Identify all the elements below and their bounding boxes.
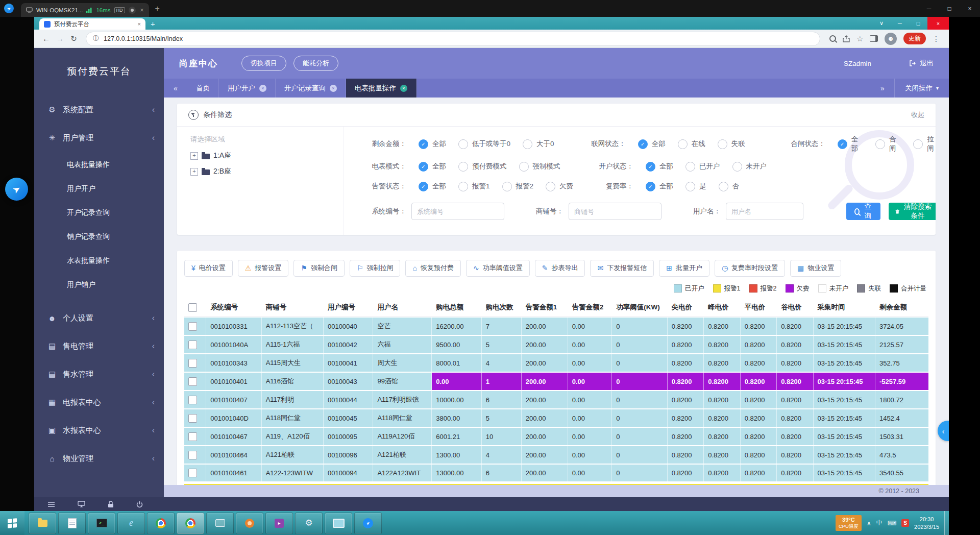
checkbox-icon[interactable] (458, 182, 468, 191)
row-checkbox[interactable] (188, 414, 197, 423)
row-checkbox[interactable] (188, 341, 197, 349)
display-icon[interactable] (325, 513, 352, 534)
send-alarm-sms-button[interactable]: ✉下发报警短信 (590, 260, 654, 277)
filter-option[interactable]: 否 (719, 182, 740, 191)
sidebar-subitem-user-open-account[interactable]: 用户开户 (34, 177, 164, 201)
row-checkbox[interactable] (188, 377, 197, 386)
sidebar-item-water-sale[interactable]: ▤售水管理‹ (34, 361, 164, 387)
filter-option[interactable]: 合闸 (875, 135, 901, 153)
browser-menu-icon[interactable]: ⋮ (933, 35, 940, 43)
keyboard-icon[interactable]: ⌨ (888, 520, 896, 527)
forward-button[interactable]: → (53, 32, 67, 45)
checkbox-icon[interactable] (678, 139, 688, 149)
side-panel-icon[interactable] (870, 35, 878, 42)
expand-icon[interactable]: + (190, 168, 198, 176)
search-button[interactable]: 查询 (846, 203, 880, 220)
restore-button[interactable]: □ (909, 17, 927, 30)
table-row[interactable]: 001001040AA115-1六福00100042六福9500.005200.… (184, 336, 928, 353)
zoom-icon[interactable] (829, 35, 836, 42)
filter-option[interactable]: 强制模式 (519, 162, 560, 172)
table-row[interactable]: 001001040DA118同仁堂00100045A118同仁堂3800.005… (184, 409, 928, 427)
filter-option[interactable]: 在线 (678, 139, 705, 149)
checkbox-icon[interactable] (685, 182, 695, 191)
sidebar-item-user-management[interactable]: ✳用户管理‹ (34, 125, 164, 151)
chrome-icon[interactable] (147, 513, 175, 534)
remote-session-tab[interactable]: WIN-OQMSK21... 16ms HD × (21, 3, 149, 17)
todesk-icon[interactable] (354, 513, 382, 534)
site-info-icon[interactable]: ⓘ (93, 34, 99, 43)
filter-option[interactable]: 拉闸 (913, 135, 936, 153)
checkbox-checked-icon[interactable] (419, 139, 428, 149)
close-button[interactable]: × (927, 17, 949, 30)
table-row[interactable]: 0010100464A121柏联00100096A121柏联1300.00420… (184, 446, 928, 464)
tabs-scroll-left-icon[interactable]: « (164, 79, 187, 98)
filter-option[interactable]: 预付费模式 (458, 162, 507, 172)
tab-home[interactable]: 首页 (187, 79, 219, 98)
tab-close-icon[interactable]: × (400, 85, 407, 92)
input-lang-icon[interactable]: 中 (876, 519, 883, 527)
table-row[interactable]: 0010100401A116酒馆0010004399酒馆0.001200.000… (184, 373, 928, 390)
power-icon[interactable] (136, 501, 143, 508)
media-player-icon[interactable] (265, 513, 293, 534)
filter-option[interactable]: 报警2 (502, 182, 534, 191)
system-no-input[interactable] (411, 203, 504, 220)
row-checkbox[interactable] (188, 396, 197, 404)
start-button[interactable] (0, 511, 24, 535)
sidebar-item-personal-settings[interactable]: ☻个人设置‹ (34, 305, 164, 331)
rate-period-settings-button[interactable]: ◷复费率时段设置 (715, 260, 785, 277)
close-operations-dropdown[interactable]: 关闭操作 ▾ (894, 79, 949, 98)
notepad-icon[interactable] (58, 513, 86, 534)
property-settings-button[interactable]: ▦物业设置 (790, 260, 841, 277)
terminal-icon[interactable] (88, 513, 115, 534)
tab-search-icon[interactable]: ∨ (872, 17, 891, 30)
new-tab-button[interactable]: + (151, 19, 155, 28)
hd-badge[interactable]: HD (114, 7, 125, 13)
sogou-input-icon[interactable]: S (901, 519, 909, 527)
taskbar-clock[interactable]: 20:30 2023/3/15 (914, 516, 939, 531)
browser-tab[interactable]: 预付费云平台 × (39, 18, 145, 30)
table-row[interactable]: 0010100467A119、A120佰00100095A119A120佰600… (184, 428, 928, 445)
file-explorer-icon[interactable] (29, 513, 56, 534)
checkbox-icon[interactable] (502, 182, 512, 191)
tab-user-open-account[interactable]: 用户开户× (219, 79, 276, 98)
checkbox-icon[interactable] (732, 162, 742, 172)
filter-option[interactable]: 欠费 (546, 182, 573, 191)
filter-option[interactable]: 全部 (638, 139, 666, 149)
alarm-settings-button[interactable]: ⚠报警设置 (238, 260, 289, 277)
checkbox-icon[interactable] (685, 162, 695, 172)
checkbox-checked-icon[interactable] (646, 182, 655, 191)
filter-option[interactable]: 失联 (718, 139, 745, 149)
force-close-switch-button[interactable]: ⚑强制合闸 (293, 260, 345, 277)
settings-icon[interactable] (295, 513, 323, 534)
table-row[interactable]: 0010100461A122-123WITW00100094A122A123WI… (184, 465, 928, 481)
filter-option[interactable]: 低于或等于0 (458, 139, 510, 149)
batch-open-account-button[interactable]: ⊞批量开户 (659, 260, 709, 277)
user-name-input[interactable] (726, 203, 803, 220)
row-checkbox[interactable] (188, 432, 197, 441)
table-row[interactable]: 0010100343A115周大生00100041周大生8000.014200.… (184, 354, 928, 372)
shop-no-input[interactable] (569, 203, 662, 220)
filter-option[interactable]: 报警1 (458, 182, 490, 191)
select-all-checkbox[interactable] (188, 303, 197, 312)
back-button[interactable]: ← (39, 32, 53, 45)
filter-option[interactable]: 是 (685, 182, 706, 191)
tab-meter-batch-ops[interactable]: 电表批量操作× (346, 79, 416, 98)
row-checkbox[interactable] (188, 451, 197, 459)
collapse-link[interactable]: 收起 (911, 110, 924, 119)
checkbox-icon[interactable] (519, 162, 529, 172)
todesk-floating-ball[interactable]: ➤ (5, 178, 28, 201)
sidebar-subitem-water-meter-batch-ops[interactable]: 水表批量操作 (34, 249, 164, 273)
lock-icon[interactable] (108, 501, 114, 508)
checkbox-icon[interactable] (913, 139, 923, 149)
table-row[interactable]: 0010100407A117利明00100044A117利明眼镜10000.00… (184, 391, 928, 408)
restore-prepaid-button[interactable]: ⌂恢复预付费 (405, 260, 460, 277)
maximize-button[interactable]: □ (939, 0, 960, 17)
minimize-button[interactable]: ─ (891, 17, 909, 30)
record-icon[interactable] (129, 7, 136, 14)
sidebar-item-electricity-sale[interactable]: ▤售电管理‹ (34, 333, 164, 359)
checkbox-checked-icon[interactable] (419, 162, 428, 172)
power-threshold-settings-button[interactable]: ∿功率阈值设置 (466, 260, 530, 277)
sidebar-item-water-report-center[interactable]: ▣水报表中心‹ (34, 417, 164, 444)
row-checkbox[interactable] (188, 322, 197, 331)
tab-open-record-query[interactable]: 开户记录查询× (276, 79, 346, 98)
